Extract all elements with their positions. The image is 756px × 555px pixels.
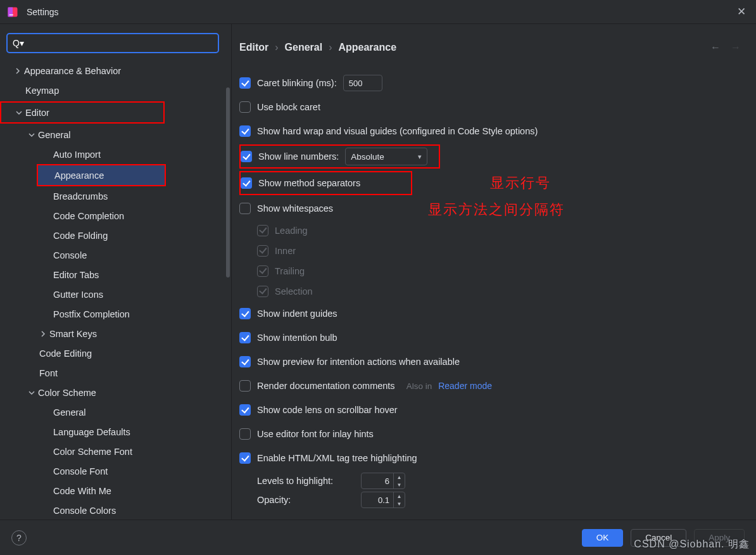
sidebar-item-label: Gutter Icons [53, 290, 103, 300]
sidebar-item-code-editing[interactable]: Code Editing [0, 343, 231, 363]
sidebar-item-language-defaults[interactable]: Language Defaults [0, 422, 231, 442]
help-icon[interactable]: ? [11, 530, 27, 545]
window-title: Settings [27, 7, 59, 17]
sidebar-item-keymap[interactable]: Keymap [0, 80, 231, 100]
sidebar-item-general[interactable]: General [0, 125, 231, 144]
stepper-up-icon[interactable]: ▲ [394, 473, 405, 481]
annotation: 显示行号 [490, 174, 551, 193]
reader-mode-link[interactable]: Reader mode [438, 381, 492, 391]
levels-field[interactable] [362, 476, 393, 486]
sidebar-item-gutter-icons[interactable]: Gutter Icons [0, 284, 231, 304]
option-label: Inner [275, 246, 296, 256]
checkbox-show-method-separators[interactable] [241, 177, 252, 189]
sidebar-item-label: Code Completion [53, 211, 124, 221]
option-label: Enable HTML/XML tag tree highlighting [257, 453, 417, 463]
sidebar-item-color-scheme[interactable]: Color Scheme [0, 383, 231, 402]
checkbox-show-line-numbers[interactable] [241, 151, 252, 162]
option-label: Trailing [275, 266, 305, 276]
dropdown-value: Absolute [351, 152, 412, 162]
svg-rect-2 [9, 14, 13, 15]
checkbox-use-editor-font-inlay[interactable] [239, 428, 251, 440]
settings-content: Editor › General › Appearance ← → Caret … [232, 24, 756, 520]
cancel-button[interactable]: Cancel [631, 529, 686, 547]
sidebar-item-label: Smart Keys [49, 329, 97, 339]
sidebar-item-auto-import[interactable]: Auto Import [0, 144, 231, 164]
option-label: Show whitespaces [257, 203, 333, 214]
ok-button[interactable]: OK [582, 529, 624, 547]
sidebar-item-appearance-behavior[interactable]: Appearance & Behavior [0, 61, 231, 80]
scrollbar[interactable] [226, 87, 230, 278]
chevron-right-icon [14, 67, 22, 75]
opacity-field[interactable] [362, 495, 393, 505]
option-label: Levels to highlight: [257, 476, 352, 486]
sidebar-item-postfix-completion[interactable]: Postfix Completion [0, 304, 231, 324]
option-label: Show line numbers: [258, 151, 339, 162]
close-icon[interactable]: ✕ [733, 4, 750, 20]
forward-arrow-icon[interactable]: → [731, 42, 741, 53]
sidebar-item-label: Auto Import [53, 150, 101, 160]
checkbox-show-intention-bulb[interactable] [239, 332, 251, 343]
checkbox-enable-html-tag-tree[interactable] [239, 452, 251, 464]
chevron-down-icon [28, 131, 35, 139]
sidebar-item-label: Appearance [54, 170, 104, 181]
checkbox-ws-inner [257, 245, 268, 257]
checkbox-render-doc-comments[interactable] [239, 380, 251, 392]
apply-button[interactable]: Apply [694, 529, 745, 547]
chevron-down-icon: ▾ [418, 153, 422, 161]
chevron-down-icon [28, 389, 35, 397]
dialog-footer: ? OK Cancel Apply [0, 520, 756, 555]
sidebar-item-console-colors[interactable]: Console Colors [0, 501, 231, 520]
sidebar-item-appearance[interactable]: Appearance [38, 165, 165, 185]
checkbox-show-indent-guides[interactable] [239, 308, 251, 319]
line-numbers-dropdown[interactable]: Absolute ▾ [345, 148, 427, 165]
sidebar-item-console-font[interactable]: Console Font [0, 461, 231, 481]
title-bar: Settings ✕ [0, 0, 756, 24]
sidebar-item-label: Language Defaults [53, 427, 130, 437]
breadcrumb-general[interactable]: General [285, 42, 323, 53]
caret-blinking-input[interactable] [343, 75, 382, 91]
chevron-down-icon [15, 109, 23, 117]
sidebar-item-breadcrumbs[interactable]: Breadcrumbs [0, 186, 231, 206]
chevron-right-icon [39, 330, 47, 338]
app-icon [6, 6, 19, 18]
sidebar-item-font[interactable]: Font [0, 363, 231, 383]
option-label: Caret blinking (ms): [257, 78, 337, 88]
search-input-wrap[interactable]: Q▾ [6, 33, 219, 53]
hint-label: Also in [406, 381, 432, 391]
chevron-right-icon: › [329, 42, 332, 53]
option-label: Show hard wrap and visual guides (config… [257, 126, 538, 136]
sidebar-item-code-completion[interactable]: Code Completion [0, 206, 231, 226]
checkbox-ws-trailing [257, 265, 268, 277]
checkbox-show-hard-wrap[interactable] [239, 125, 251, 137]
checkbox-show-preview-intention[interactable] [239, 356, 251, 367]
sidebar-item-label: Font [39, 368, 58, 378]
sidebar-item-label: Editor [25, 108, 49, 118]
sidebar-item-color-scheme-font[interactable]: Color Scheme Font [0, 442, 231, 461]
stepper-up-icon[interactable]: ▲ [394, 492, 405, 500]
sidebar-item-label: Postfix Completion [53, 309, 130, 319]
checkbox-show-code-lens[interactable] [239, 404, 251, 416]
checkbox-show-whitespaces[interactable] [239, 203, 251, 214]
sidebar-item-code-with-me[interactable]: Code With Me [0, 481, 231, 501]
stepper-down-icon[interactable]: ▼ [394, 481, 405, 488]
chevron-right-icon: › [275, 42, 278, 53]
option-label: Render documentation comments [257, 381, 395, 391]
checkbox-use-block-caret[interactable] [239, 101, 251, 113]
sidebar-item-label: General [53, 407, 86, 418]
checkbox-caret-blinking[interactable] [239, 77, 251, 89]
settings-sidebar: Q▾ Appearance & Behavior Keymap Editor [0, 24, 232, 520]
sidebar-item-label: Editor Tabs [53, 270, 99, 280]
sidebar-item-console[interactable]: Console [0, 245, 231, 265]
stepper-down-icon[interactable]: ▼ [394, 500, 405, 507]
search-input[interactable] [25, 38, 213, 48]
sidebar-item-code-folding[interactable]: Code Folding [0, 226, 231, 245]
sidebar-item-editor[interactable]: Editor [1, 103, 163, 122]
breadcrumb-editor[interactable]: Editor [239, 42, 268, 53]
option-label: Use editor font for inlay hints [257, 429, 374, 439]
back-arrow-icon[interactable]: ← [710, 42, 721, 53]
sidebar-item-editor-tabs[interactable]: Editor Tabs [0, 265, 231, 284]
levels-input[interactable]: ▲▼ [361, 473, 405, 489]
sidebar-item-smart-keys[interactable]: Smart Keys [0, 324, 231, 343]
sidebar-item-cs-general[interactable]: General [0, 402, 231, 422]
opacity-input[interactable]: ▲▼ [361, 492, 405, 508]
